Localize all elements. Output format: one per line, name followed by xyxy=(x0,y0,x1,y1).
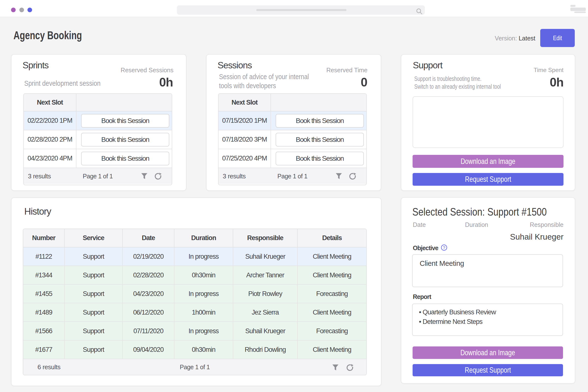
svg-text:?: ? xyxy=(443,246,445,250)
